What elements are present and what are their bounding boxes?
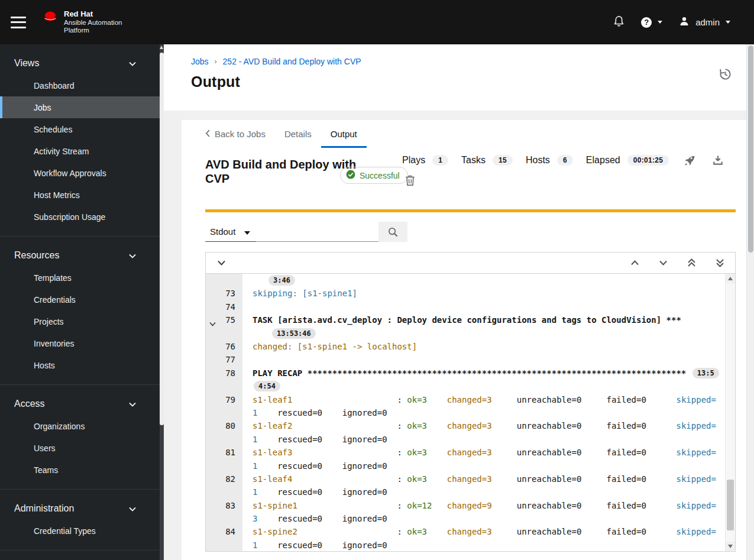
line-number[interactable]: 74 (225, 302, 235, 312)
scrollbar-up-arrow-icon[interactable] (160, 46, 163, 49)
line-number[interactable]: 80 (225, 421, 235, 430)
scroll-to-top-button[interactable] (684, 256, 698, 270)
sidebar-section-header[interactable]: Access (0, 394, 160, 415)
view-history-button[interactable] (717, 67, 733, 83)
redhat-logo-icon (41, 10, 59, 27)
sidebar-section-label: Access (14, 399, 45, 409)
sidebar-item-jobs[interactable]: Jobs (0, 96, 160, 118)
console-line-gutter (206, 274, 242, 287)
scroll-next-button[interactable] (656, 256, 670, 270)
console-scroll-up-arrow[interactable] (726, 274, 735, 283)
user-icon (679, 16, 690, 29)
sidebar-item-subscription-usage[interactable]: Subscription Usage (0, 206, 160, 228)
line-number[interactable]: 84 (225, 527, 235, 536)
line-number[interactable]: 82 (225, 474, 235, 484)
sidebar-item-hosts[interactable]: Hosts (0, 354, 160, 376)
chevron-down-icon (129, 503, 136, 514)
sidebar-item-workflow-approvals[interactable]: Workflow Approvals (0, 162, 160, 184)
help-menu-button[interactable]: ? (641, 17, 662, 28)
delete-job-button[interactable] (402, 173, 418, 188)
line-number[interactable]: 75 (225, 315, 235, 325)
console-text-row: s1-spine1 : ok=12 changed=9 unreachable=… (253, 499, 725, 512)
output-tab[interactable]: Output (321, 120, 367, 148)
sidebar-section-label: Views (14, 58, 39, 69)
back-to-jobs-tab[interactable]: Back to Jobs (196, 120, 275, 148)
sidebar-item-teams[interactable]: Teams (0, 459, 160, 481)
scroll-previous-button[interactable] (627, 256, 642, 270)
output-search-toolbar: Stdout (205, 222, 746, 242)
timestamp-badge: 13:53:46 (272, 328, 316, 339)
console-line-text: changed: [s1-spine1 -> localhost] (242, 340, 725, 353)
line-number[interactable]: 79 (225, 395, 235, 404)
breadcrumb-job-link[interactable]: 252 - AVD Build and Deploy with CVP (223, 57, 361, 66)
line-number[interactable]: 73 (225, 289, 235, 298)
page-scrollbar[interactable] (746, 44, 754, 560)
sidebar-item-inventories[interactable]: Inventories (0, 332, 160, 354)
relaunch-button[interactable] (682, 153, 697, 168)
download-output-button[interactable] (710, 153, 726, 168)
output-segment: : (292, 421, 407, 430)
status-badge[interactable]: Successful (340, 167, 408, 184)
sidebar-item-templates[interactable]: Templates (0, 267, 160, 289)
console-scrollbar-thumb[interactable] (727, 480, 734, 530)
sidebar-item-users[interactable]: Users (0, 437, 160, 459)
sidebar-item-credential-types[interactable]: Credential Types (0, 520, 160, 542)
console-line: 74 (206, 300, 725, 313)
line-number[interactable]: 78 (225, 368, 235, 378)
line-number[interactable]: 83 (225, 501, 235, 510)
sidebar-scrollbar[interactable] (160, 44, 164, 560)
breadcrumb-jobs-link[interactable]: Jobs (191, 57, 209, 66)
console-text-row: s1-leaf1 : ok=3 changed=3 unreachable=0 … (253, 393, 725, 406)
angle-down-icon (659, 260, 667, 266)
output-segment: skipped= (676, 501, 716, 510)
rocket-icon (684, 154, 696, 167)
sidebar-section-header[interactable]: Resources (0, 245, 160, 267)
nav-toggle-icon[interactable] (11, 17, 26, 28)
output-segment: unreachable=0 failed=0 (492, 448, 677, 457)
sidebar-section: ResourcesTemplatesCredentialsProjectsInv… (0, 237, 160, 385)
console-lines: 3:4673skipping: [s1-spine1]7475TASK [ari… (206, 274, 725, 551)
line-number[interactable]: 81 (225, 448, 235, 457)
console-line-text (242, 300, 725, 313)
search-field-select[interactable]: Stdout (205, 222, 256, 242)
check-circle-icon (346, 170, 355, 181)
line-number[interactable]: 76 (225, 342, 235, 351)
console-scroll-down-arrow[interactable] (726, 542, 735, 551)
output-segment: ok=3 (407, 421, 427, 430)
sidebar-scrollbar-thumb[interactable] (160, 53, 164, 425)
details-tab[interactable]: Details (275, 120, 321, 148)
console-text-row: 1 rescued=0 ignored=0 (253, 433, 725, 446)
search-submit-button[interactable] (378, 222, 407, 242)
sidebar-item-host-metrics[interactable]: Host Metrics (0, 184, 160, 206)
download-icon (712, 154, 724, 166)
console-text-row: 1 rescued=0 ignored=0 (253, 485, 725, 499)
job-stat-tasks: Tasks15 (461, 155, 513, 166)
user-menu-button[interactable]: admin (679, 16, 730, 29)
console-line-gutter: 75 (206, 313, 242, 340)
sidebar-section: AdministrationCredential Types (0, 490, 160, 551)
line-number[interactable]: 77 (225, 355, 235, 364)
sidebar-item-activity-stream[interactable]: Activity Stream (0, 140, 160, 162)
question-circle-icon: ? (641, 17, 652, 28)
sidebar-item-credentials[interactable]: Credentials (0, 289, 160, 310)
search-icon (388, 227, 398, 237)
sidebar-section-header[interactable]: Views (0, 53, 160, 75)
notifications-button[interactable] (613, 15, 624, 30)
search-input[interactable] (256, 222, 378, 242)
output-segment: changed=9 (447, 501, 492, 510)
sidebar-item-schedules[interactable]: Schedules (0, 118, 160, 140)
collapse-task-icon[interactable] (209, 317, 216, 330)
page-scrollbar-thumb[interactable] (748, 46, 753, 253)
expand-collapse-all-button[interactable] (214, 256, 228, 270)
console-scrollbar[interactable] (725, 274, 735, 551)
console-line-gutter: 78 (206, 367, 242, 393)
scroll-to-bottom-button[interactable] (713, 256, 727, 270)
sidebar-item-dashboard[interactable]: Dashboard (0, 75, 160, 96)
output-segment: TASK [arista.avd.cv_deploy : Deploy devi… (253, 315, 681, 325)
sidebar-item-organizations[interactable]: Organizations (0, 415, 160, 437)
sidebar-item-projects[interactable]: Projects (0, 310, 160, 332)
sidebar-section-header[interactable]: Administration (0, 499, 160, 520)
console-line-text: s1-leaf1 : ok=3 changed=3 unreachable=0 … (242, 393, 725, 420)
double-angle-down-icon (716, 258, 724, 267)
output-segment: PLAY RECAP *****************************… (253, 368, 691, 378)
